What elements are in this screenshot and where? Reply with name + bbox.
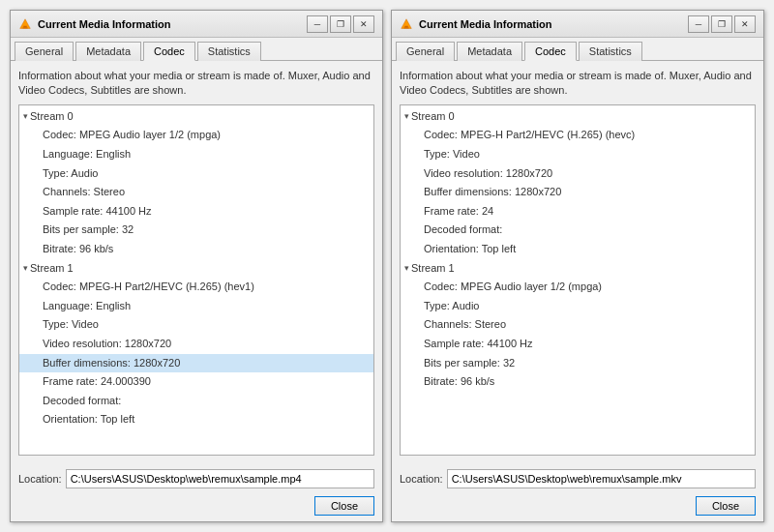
content-area-2: Information about what your media or str… [392, 61, 763, 463]
w2-stream-0-entry-5: Decoded format: [401, 221, 755, 240]
stream-1-entry-0: Codec: MPEG-H Part2/HEVC (H.265) (hev1) [19, 278, 373, 297]
svg-rect-4 [404, 25, 408, 27]
title-bar-1: Current Media Information ─ ❐ ✕ [11, 11, 382, 38]
window-title-1: Current Media Information [38, 18, 301, 30]
vlc-icon-2 [400, 17, 413, 31]
stream-1-arrow-2: ▾ [404, 261, 409, 275]
stream-1-entry-5: Frame rate: 24.000390 [19, 372, 373, 392]
stream-1-label-1: Stream 1 [30, 260, 74, 278]
tab-general-1[interactable]: General [15, 42, 74, 61]
tab-general-2[interactable]: General [396, 42, 455, 61]
stream-1-entry-7: Orientation: Top left [19, 410, 373, 429]
stream-1-arrow-1: ▾ [23, 261, 28, 275]
w2-stream-1-entry-1: Type: Audio [401, 297, 755, 316]
stream-0-entry-0: Codec: MPEG Audio layer 1/2 (mpga) [19, 126, 373, 145]
stream-0-entry-4: Sample rate: 44100 Hz [19, 202, 373, 222]
title-controls-2: ─ ❐ ✕ [688, 15, 756, 33]
w2-stream-0-entry-6: Orientation: Top left [401, 240, 755, 259]
w2-stream-1-entry-2: Channels: Stereo [401, 315, 755, 335]
location-bar-2: Location: [392, 463, 763, 492]
tab-metadata-2[interactable]: Metadata [457, 42, 522, 61]
tab-statistics-1[interactable]: Statistics [197, 42, 261, 61]
stream-1-entry-2: Type: Video [19, 315, 373, 335]
close-btn-1[interactable]: ✕ [353, 15, 374, 33]
w2-stream-1-entry-3: Sample rate: 44100 Hz [401, 335, 755, 354]
title-controls-1: ─ ❐ ✕ [307, 15, 374, 33]
bottom-bar-1: Close [11, 492, 382, 521]
location-input-1[interactable] [66, 469, 374, 488]
w2-stream-0-entry-1: Type: Video [401, 145, 755, 164]
tabs-1: General Metadata Codec Statistics [11, 38, 382, 61]
bottom-bar-2: Close [392, 492, 763, 521]
stream-1-entry-1: Language: English [19, 297, 373, 316]
close-btn-2[interactable]: ✕ [734, 15, 756, 33]
location-label-2: Location: [400, 473, 443, 485]
tree-container-2[interactable]: ▾ Stream 0 Codec: MPEG-H Part2/HEVC (H.2… [400, 104, 756, 456]
location-label-1: Location: [18, 473, 62, 485]
close-button-1[interactable]: Close [314, 496, 374, 516]
svg-rect-1 [23, 25, 27, 27]
tab-codec-2[interactable]: Codec [524, 42, 577, 61]
tab-codec-1[interactable]: Codec [143, 42, 195, 61]
w2-stream-0-entry-4: Frame rate: 24 [401, 202, 755, 222]
w2-stream-1-entry-5: Bitrate: 96 kb/s [401, 372, 755, 392]
stream-0-entry-3: Channels: Stereo [19, 183, 373, 202]
tree-container-1[interactable]: ▾ Stream 0 Codec: MPEG Audio layer 1/2 (… [18, 104, 374, 456]
svg-rect-2 [22, 27, 27, 28]
svg-rect-5 [403, 27, 408, 28]
info-text-2: Information about what your media or str… [400, 69, 756, 99]
tabs-2: General Metadata Codec Statistics [392, 38, 763, 61]
restore-btn-1[interactable]: ❐ [330, 15, 351, 33]
w2-stream-1-entry-0: Codec: MPEG Audio layer 1/2 (mpga) [401, 278, 755, 297]
stream-0-entry-2: Type: Audio [19, 164, 373, 184]
w2-stream-1-entry-4: Bits per sample: 32 [401, 354, 755, 373]
minimize-btn-2[interactable]: ─ [688, 15, 709, 33]
stream-1-header-2[interactable]: ▾ Stream 1 [401, 259, 755, 279]
stream-0-entry-5: Bits per sample: 32 [19, 221, 373, 240]
vlc-icon [18, 17, 32, 31]
stream-1-entry-4: Buffer dimensions: 1280x720 [19, 354, 373, 373]
content-area-1: Information about what your media or str… [11, 61, 382, 463]
stream-0-header-1[interactable]: ▾ Stream 0 [19, 107, 373, 127]
window-title-2: Current Media Information [419, 18, 682, 30]
w2-stream-0-entry-2: Video resolution: 1280x720 [401, 164, 755, 184]
stream-1-label-2: Stream 1 [411, 260, 455, 278]
w2-stream-0-entry-3: Buffer dimensions: 1280x720 [401, 183, 755, 202]
location-input-2[interactable] [447, 469, 756, 488]
minimize-btn-1[interactable]: ─ [307, 15, 328, 33]
stream-0-entry-6: Bitrate: 96 kb/s [19, 240, 373, 259]
window-1: Current Media Information ─ ❐ ✕ General … [10, 10, 383, 522]
stream-1-entry-6: Decoded format: [19, 392, 373, 411]
close-button-2[interactable]: Close [696, 496, 756, 516]
stream-0-label-2: Stream 0 [411, 108, 455, 126]
stream-0-header-2[interactable]: ▾ Stream 0 [401, 107, 755, 127]
stream-0-arrow-2: ▾ [404, 109, 409, 123]
info-text-1: Information about what your media or str… [18, 69, 374, 99]
stream-1-header-1[interactable]: ▾ Stream 1 [19, 259, 373, 279]
tab-statistics-2[interactable]: Statistics [579, 42, 642, 61]
title-bar-2: Current Media Information ─ ❐ ✕ [392, 11, 763, 38]
w2-stream-0-entry-0: Codec: MPEG-H Part2/HEVC (H.265) (hevc) [401, 126, 755, 145]
stream-0-arrow-1: ▾ [23, 109, 28, 123]
window-2: Current Media Information ─ ❐ ✕ General … [391, 10, 764, 522]
tab-metadata-1[interactable]: Metadata [75, 42, 141, 61]
location-bar-1: Location: [11, 463, 382, 492]
stream-1-entry-3: Video resolution: 1280x720 [19, 335, 373, 354]
restore-btn-2[interactable]: ❐ [711, 15, 732, 33]
stream-0-entry-1: Language: English [19, 145, 373, 164]
stream-0-label-1: Stream 0 [30, 108, 74, 126]
